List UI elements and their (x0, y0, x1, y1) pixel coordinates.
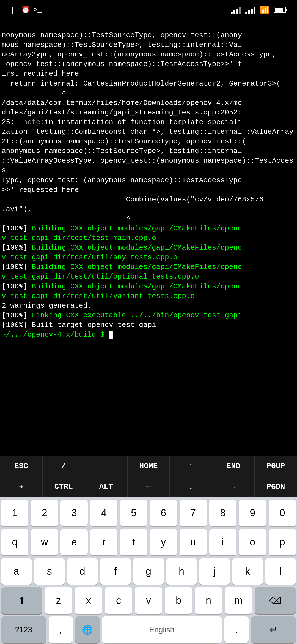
kb-key-9[interactable]: 9 (239, 500, 266, 526)
kb-key-4[interactable]: 4 (90, 500, 117, 526)
kb-key-8[interactable]: 8 (209, 500, 237, 526)
wifi-icon: 📶 (260, 5, 270, 15)
extra-key-esc[interactable]: ESC (0, 456, 42, 476)
kb-key-shift[interactable]: ⬆ (1, 587, 42, 614)
kb-row-bottom: ?123,🌐English.↵ (1, 616, 296, 643)
extra-key-left[interactable]: ← (127, 476, 170, 497)
kb-key-p[interactable]: p (269, 529, 296, 555)
extra-key-pgdn[interactable]: PGDN (255, 476, 297, 497)
extra-key-down[interactable]: ↓ (170, 476, 212, 497)
kb-key-m[interactable]: m (225, 587, 252, 614)
speed-separator: | (10, 6, 15, 14)
status-left: | ⏰ >_ (7, 6, 42, 14)
extra-keys: ESC/–HOME↑ENDPGUP ⇥CTRLALT←↓→PGDN (0, 456, 297, 497)
extra-key-row-1: ESC/–HOME↑ENDPGUP (0, 456, 297, 476)
kb-key-period[interactable]: . (224, 616, 249, 643)
alarm-icon: ⏰ (21, 6, 30, 14)
kb-key-0[interactable]: 0 (269, 500, 296, 526)
extra-key-pgup[interactable]: PGUP (255, 456, 297, 476)
battery-fill (275, 8, 283, 12)
extra-key-slash[interactable]: / (42, 456, 85, 476)
kb-key-g[interactable]: g (133, 558, 164, 585)
keyboard: 1234567890 qwertyuiop asdfghjkl ⬆zxcvbnm… (0, 497, 297, 644)
kb-key-comma[interactable]: , (49, 616, 73, 643)
kb-key-3[interactable]: 3 (61, 500, 88, 526)
kb-row-qwerty: qwertyuiop (1, 529, 296, 555)
kb-key-i[interactable]: i (209, 529, 237, 555)
extra-key-alt[interactable]: ALT (85, 476, 127, 497)
kb-row-zxcv: ⬆zxcvbnm⌫ (1, 587, 296, 614)
kb-key-d[interactable]: d (67, 558, 98, 585)
kb-row-asdf: asdfghjkl (1, 558, 296, 585)
kb-key-c[interactable]: c (105, 587, 132, 614)
kb-key-n[interactable]: n (195, 587, 222, 614)
kb-key-a[interactable]: a (1, 558, 32, 585)
kb-key-l[interactable]: l (265, 558, 296, 585)
kb-key-j[interactable]: j (199, 558, 230, 585)
status-right: 📶 (231, 5, 290, 15)
enter-icon: ↵ (270, 624, 277, 635)
kb-key-f[interactable]: f (100, 558, 131, 585)
kb-key-5[interactable]: 5 (120, 500, 147, 526)
extra-key-ctrl[interactable]: CTRL (42, 476, 85, 497)
extra-key-end[interactable]: END (212, 456, 254, 476)
kb-row-numbers: 1234567890 (1, 500, 296, 526)
terminal-output: nonymous namespace)::TestSourceType, ope… (2, 31, 293, 339)
shift-icon: ⬆ (18, 595, 26, 606)
extra-key-dash[interactable]: – (85, 456, 127, 476)
kb-key-v[interactable]: v (135, 587, 162, 614)
terminal[interactable]: nonymous namespace)::TestSourceType, ope… (0, 20, 297, 456)
kb-key-s[interactable]: s (34, 558, 65, 585)
kb-key-2[interactable]: 2 (31, 500, 58, 526)
kb-key-h[interactable]: h (166, 558, 197, 585)
backspace-icon: ⌫ (269, 595, 282, 606)
kb-key-enter[interactable]: ↵ (251, 616, 296, 643)
status-bar: | ⏰ >_ 📶 (0, 0, 297, 20)
kb-key-t[interactable]: t (120, 529, 147, 555)
battery (274, 7, 286, 13)
kb-key-1[interactable]: 1 (1, 500, 28, 526)
kb-key-num123[interactable]: ?123 (1, 616, 46, 643)
kb-key-w[interactable]: w (31, 529, 58, 555)
kb-key-e[interactable]: e (61, 529, 88, 555)
terminal-icon: >_ (33, 6, 42, 14)
kb-key-b[interactable]: b (165, 587, 192, 614)
kb-key-o[interactable]: o (239, 529, 266, 555)
kb-key-x[interactable]: x (75, 587, 102, 614)
signal-bars-1 (231, 6, 241, 14)
extra-key-home[interactable]: HOME (127, 456, 170, 476)
extra-key-right[interactable]: → (212, 476, 254, 497)
kb-key-space[interactable]: English (102, 616, 222, 643)
kb-key-q[interactable]: q (1, 529, 28, 555)
signal-bars-2 (245, 6, 255, 14)
kb-key-6[interactable]: 6 (150, 500, 177, 526)
kb-key-u[interactable]: u (180, 529, 207, 555)
kb-key-7[interactable]: 7 (180, 500, 207, 526)
globe-icon: 🌐 (82, 624, 93, 635)
kb-key-backspace[interactable]: ⌫ (255, 587, 296, 614)
kb-key-k[interactable]: k (232, 558, 263, 585)
kb-key-z[interactable]: z (45, 587, 72, 614)
extra-key-tab[interactable]: ⇥ (0, 476, 42, 497)
extra-key-up[interactable]: ↑ (170, 456, 212, 476)
kb-key-r[interactable]: r (90, 529, 117, 555)
kb-key-globe[interactable]: 🌐 (75, 616, 100, 643)
kb-key-y[interactable]: y (150, 529, 177, 555)
extra-key-row-2: ⇥CTRLALT←↓→PGDN (0, 476, 297, 497)
